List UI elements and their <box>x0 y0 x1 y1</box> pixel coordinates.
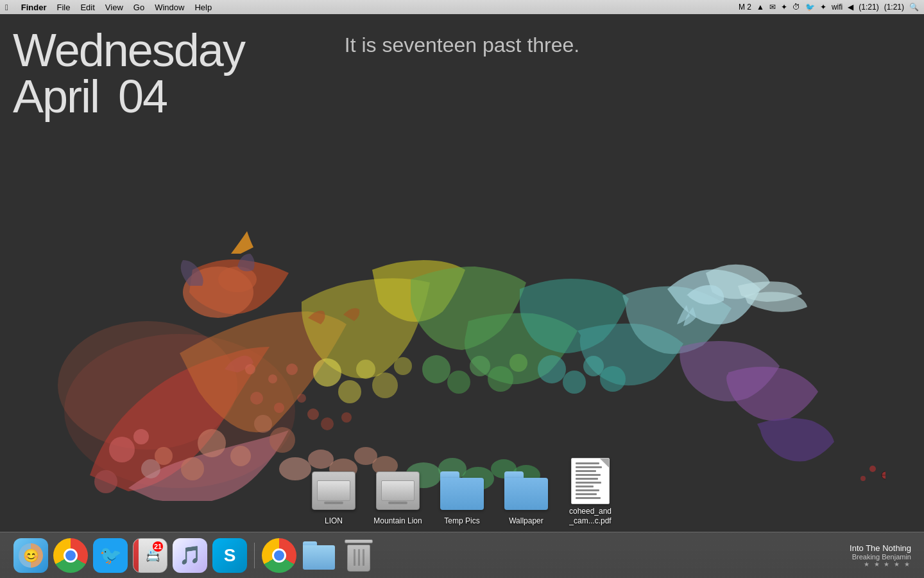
svg-point-46 <box>297 394 306 403</box>
svg-point-44 <box>250 392 263 405</box>
svg-point-17 <box>313 358 341 387</box>
svg-point-9 <box>94 470 117 493</box>
apple-menu[interactable]:  <box>5 3 8 12</box>
menubar-timer-icon[interactable]: ⏱ <box>792 3 800 12</box>
svg-point-30 <box>600 366 626 392</box>
menubar-m2[interactable]: M 2 <box>739 3 751 12</box>
svg-point-22 <box>422 355 450 383</box>
menubar-volume-icon[interactable]: ◀ <box>848 3 853 12</box>
menubar-battery[interactable]: (1:21) <box>859 3 878 12</box>
dock-skype-icon[interactable]: S <box>212 538 248 574</box>
menubar-twitter-icon[interactable]: 🐦 <box>805 3 815 12</box>
svg-point-14 <box>181 457 204 480</box>
menubar-bluetooth-icon[interactable]: ✦ <box>820 3 826 12</box>
svg-point-27 <box>538 355 566 383</box>
view-menu[interactable]: View <box>105 3 123 12</box>
desktop-icons-container: LION Mountain Lion Temp Pics <box>308 458 616 527</box>
menubar:  Finder File Edit View Go Window Help M… <box>0 0 924 14</box>
mountain-lion-icon-label: Mountain Lion <box>373 516 422 527</box>
svg-point-41 <box>245 364 255 374</box>
svg-point-31 <box>279 457 311 480</box>
svg-point-20 <box>372 372 398 398</box>
help-menu[interactable]: Help <box>194 3 212 12</box>
svg-point-25 <box>488 366 513 392</box>
svg-point-16 <box>270 427 295 453</box>
dock-itunes-icon[interactable]: 🎵 <box>172 538 208 574</box>
now-playing-stars: ★ ★ ★ ★ ★ <box>864 561 911 568</box>
now-playing-widget: Into The Nothing Breaking Benjamin ★ ★ ★… <box>850 543 911 568</box>
dock-finder-icon[interactable]: 😊 <box>13 538 49 574</box>
dock-separator <box>254 543 255 568</box>
svg-point-57 <box>860 476 866 481</box>
date-widget: Wednesday April 04 <box>13 27 244 119</box>
edit-menu[interactable]: Edit <box>80 3 94 12</box>
now-playing-title: Into The Nothing <box>850 543 911 553</box>
dock-twitter-icon[interactable]: 🐦 <box>92 538 128 574</box>
trash-icon-visual <box>341 538 377 574</box>
lion-hd-icon <box>312 471 355 510</box>
dock-trash-icon[interactable] <box>341 538 377 574</box>
svg-point-15 <box>254 415 272 433</box>
svg-point-12 <box>198 429 226 457</box>
desktop: Wednesday April 04 It is seventeen past … <box>0 14 924 578</box>
svg-point-19 <box>356 360 375 379</box>
coheed-pdf-icon <box>571 458 610 504</box>
time-text: It is seventeen past three. <box>345 33 579 57</box>
coheed-pdf-icon-label: coheed_and _cam...c.pdf <box>565 507 616 527</box>
file-menu[interactable]: File <box>56 3 70 12</box>
svg-point-45 <box>274 403 284 413</box>
mountain-lion-hd-icon <box>376 471 420 510</box>
dock: 😊 🐦 21📇 🎵 <box>0 532 924 578</box>
menubar-upload-icon[interactable]: ▲ <box>757 3 764 12</box>
svg-point-21 <box>394 357 412 375</box>
svg-point-43 <box>286 363 298 375</box>
now-playing-artist: Breaking Benjamin <box>852 553 911 561</box>
wallpaper-icon-label: Wallpaper <box>509 516 543 527</box>
menubar-mail-icon[interactable]: ✉ <box>769 3 776 12</box>
desktop-icon-lion[interactable]: LION <box>308 468 359 527</box>
svg-point-10 <box>133 429 149 444</box>
window-menu[interactable]: Window <box>155 3 184 12</box>
svg-point-11 <box>155 447 173 465</box>
dock-chrome2-icon[interactable] <box>261 538 297 574</box>
desktop-icon-temp-pics[interactable]: Temp Pics <box>436 468 488 527</box>
svg-point-23 <box>447 371 470 394</box>
desktop-icon-mountain-lion[interactable]: Mountain Lion <box>372 468 424 527</box>
date-month: April <box>13 73 99 119</box>
menubar-search-icon[interactable]: 🔍 <box>909 3 919 12</box>
svg-point-47 <box>307 408 319 420</box>
date-day-name: Wednesday <box>13 27 244 73</box>
svg-point-24 <box>470 356 490 376</box>
svg-point-48 <box>321 417 334 430</box>
svg-point-49 <box>341 412 352 423</box>
pokemon-wallpaper-svg <box>51 141 886 501</box>
svg-point-18 <box>338 380 361 403</box>
wallpaper-folder-icon <box>504 471 548 510</box>
desktop-icon-coheed-pdf[interactable]: coheed_and _cam...c.pdf <box>565 458 616 527</box>
svg-point-26 <box>509 354 527 372</box>
svg-point-28 <box>563 371 586 394</box>
desktop-icon-wallpaper[interactable]: Wallpaper <box>501 468 552 527</box>
svg-point-13 <box>230 446 251 466</box>
menubar-paw-icon[interactable]: ✦ <box>781 3 787 12</box>
svg-point-42 <box>268 374 277 383</box>
dock-addressbook-icon[interactable]: 21📇 <box>132 538 168 574</box>
dock-folder-icon[interactable] <box>301 538 337 574</box>
svg-point-7 <box>109 437 135 462</box>
finder-menu[interactable]: Finder <box>21 3 47 12</box>
menubar-clock: (1:21) <box>884 3 904 12</box>
pokemon-art <box>51 141 886 501</box>
dock-chrome-icon[interactable] <box>53 538 89 574</box>
svg-point-56 <box>869 466 876 472</box>
temp-pics-folder-icon <box>440 471 484 510</box>
temp-pics-icon-label: Temp Pics <box>444 516 479 527</box>
svg-point-29 <box>583 356 604 376</box>
go-menu[interactable]: Go <box>133 3 144 12</box>
lion-icon-label: LION <box>325 516 343 527</box>
menubar-wifi-icon[interactable]: wifi <box>832 3 843 12</box>
date-number: 04 <box>118 73 167 119</box>
